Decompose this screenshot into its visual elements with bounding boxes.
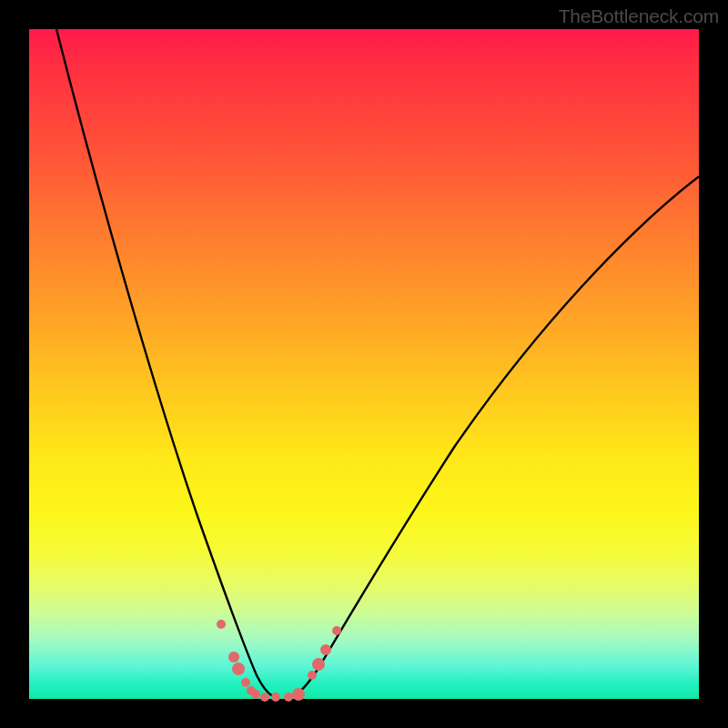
marker-dot: [217, 620, 226, 629]
marker-dot: [271, 693, 280, 702]
right-curve: [289, 177, 699, 697]
marker-dot: [292, 688, 305, 701]
marker-dot: [332, 626, 341, 635]
marker-dot: [228, 652, 239, 662]
marker-dot: [312, 658, 325, 671]
marker-dot: [308, 671, 317, 680]
marker-dot: [232, 662, 245, 675]
marker-dot: [241, 678, 250, 687]
marker-dot: [260, 693, 269, 702]
marker-dot: [284, 693, 293, 702]
marker-dot: [320, 644, 331, 655]
left-curve: [56, 29, 275, 697]
curves-layer: [0, 0, 728, 728]
marker-dot: [251, 690, 260, 699]
marker-group: [217, 620, 341, 702]
